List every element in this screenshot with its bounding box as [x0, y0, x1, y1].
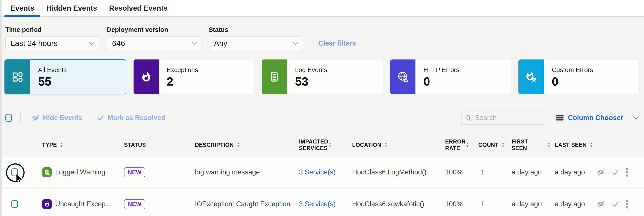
log-warning-icon	[42, 167, 52, 177]
row-divider	[0, 187, 644, 189]
column-chooser-button[interactable]: Column Chooser	[556, 114, 639, 122]
status-filter: Status Any	[208, 26, 304, 50]
column-header-status[interactable]: STATUS	[120, 132, 190, 157]
time-period-value: Last 24 hours	[11, 39, 58, 48]
sort-icon[interactable]	[384, 143, 387, 147]
kebab-menu-icon[interactable]	[626, 199, 628, 209]
resolve-event-icon[interactable]	[612, 169, 619, 176]
description-cell: IOException: Caught Exception	[190, 189, 294, 216]
card-value: 0	[424, 75, 511, 87]
column-header-description[interactable]: DESCRIPTION	[190, 132, 294, 157]
mark-resolved-label: Mark as Resolved	[108, 114, 166, 122]
last-seen-cell: a day ago	[550, 157, 594, 187]
card-value: 55	[38, 75, 126, 87]
card-label: Exceptions	[167, 66, 254, 74]
time-period-label: Time period	[5, 26, 99, 33]
location-cell: HodClass6.xqwkafotic()	[348, 189, 441, 216]
header-actions-spacer	[594, 132, 640, 157]
tab-resolved-events[interactable]: Resolved Events	[103, 0, 174, 16]
hide-event-icon[interactable]	[596, 169, 605, 176]
globe-warning-icon	[390, 59, 416, 94]
log-document-icon	[262, 59, 287, 94]
chevron-down-icon	[89, 42, 94, 45]
type-cell: Logged Warning	[38, 157, 120, 187]
sort-icon[interactable]	[329, 143, 332, 147]
deployment-version-value: 646	[112, 39, 125, 48]
status-label: Status	[208, 26, 304, 33]
flame-icon	[134, 59, 159, 94]
chevron-down-icon	[192, 42, 197, 45]
resolve-event-icon[interactable]	[612, 201, 619, 207]
table-toolbar: Hide Events Mark as Resolved Column Choo…	[5, 109, 639, 127]
column-header-first-seen[interactable]: FIRST SEEN	[507, 132, 550, 157]
flame-gear-icon	[518, 59, 544, 94]
sort-icon[interactable]	[466, 143, 469, 147]
chevron-down-icon	[633, 116, 639, 120]
table-row: Uncaught Excep... NEW IOException: Caugh…	[0, 189, 644, 216]
sort-icon[interactable]	[502, 143, 504, 147]
time-period-select[interactable]: Last 24 hours	[5, 36, 99, 50]
deployment-version-select[interactable]: 646	[107, 36, 202, 50]
window-edge-strip	[0, 0, 2, 216]
card-label: All Events	[38, 66, 126, 74]
toolbar-divider	[20, 112, 21, 124]
column-header-impacted-services[interactable]: IMPACTED SERVICES	[294, 132, 348, 157]
count-cell: 1	[474, 157, 507, 187]
column-header-count[interactable]: COUNT	[474, 132, 507, 157]
card-log-events[interactable]: Log Events 53	[262, 59, 383, 94]
event-type-label: Uncaught Excep...	[55, 200, 111, 208]
services-link[interactable]: 3 Service(s)	[299, 200, 336, 208]
card-label: Log Events	[295, 66, 383, 74]
card-all-events[interactable]: All Events 55	[4, 59, 126, 94]
chevron-down-icon	[293, 42, 298, 45]
status-badge: NEW	[124, 199, 145, 209]
status-badge: NEW	[124, 167, 145, 177]
clear-filters-button[interactable]: Clear filters	[318, 39, 356, 47]
status-value: Any	[214, 39, 227, 48]
card-custom-errors[interactable]: Custom Errors 0	[518, 59, 640, 94]
row-checkbox[interactable]	[11, 200, 18, 208]
row-actions	[594, 189, 640, 216]
error-rate-cell: 100%	[441, 189, 474, 216]
search-box	[461, 111, 545, 125]
column-header-type[interactable]: TYPE	[38, 132, 120, 157]
card-exceptions[interactable]: Exceptions 2	[133, 59, 255, 94]
sort-icon[interactable]	[237, 143, 240, 147]
location-cell: HodClass6.LogMethod()	[348, 157, 441, 187]
last-seen-cell: a day ago	[550, 189, 594, 216]
select-all-checkbox[interactable]	[5, 114, 12, 122]
hide-events-label: Hide Events	[43, 114, 82, 122]
row-checkbox[interactable]	[11, 168, 18, 176]
search-input[interactable]	[461, 111, 545, 125]
column-header-last-seen[interactable]: LAST SEEN	[550, 132, 594, 157]
type-cell: Uncaught Excep...	[38, 189, 120, 216]
column-header-location[interactable]: LOCATION	[348, 132, 441, 157]
mark-resolved-button[interactable]: Mark as Resolved	[97, 114, 166, 122]
sort-icon[interactable]	[590, 143, 592, 147]
card-label: HTTP Errors	[424, 66, 511, 74]
description-cell: log warning message	[190, 157, 294, 187]
sort-icon[interactable]	[60, 143, 63, 147]
tab-hidden-events[interactable]: Hidden Events	[40, 0, 103, 16]
column-chooser-label: Column Chooser	[568, 114, 623, 122]
card-value: 53	[295, 75, 383, 87]
card-value: 0	[552, 75, 639, 87]
hide-events-button[interactable]: Hide Events	[31, 114, 82, 122]
sort-icon[interactable]	[548, 143, 550, 147]
table-row: Logged Warning NEW log warning message 3…	[0, 157, 644, 187]
tab-events[interactable]: Events	[4, 0, 40, 16]
eye-slash-icon	[31, 114, 40, 122]
impacted-services-cell: 3 Service(s)	[294, 157, 348, 187]
time-period-filter: Time period Last 24 hours	[5, 26, 99, 50]
hamburger-menu-icon	[556, 115, 564, 121]
kebab-menu-icon[interactable]	[626, 167, 628, 177]
card-http-errors[interactable]: HTTP Errors 0	[390, 59, 511, 94]
services-link[interactable]: 3 Service(s)	[299, 168, 336, 176]
tab-bar: Events Hidden Events Resolved Events	[0, 0, 644, 17]
status-select[interactable]: Any	[208, 36, 304, 50]
error-rate-cell: 100%	[441, 157, 474, 187]
header-checkbox-spacer	[4, 132, 38, 157]
hide-event-icon[interactable]	[596, 200, 605, 208]
column-header-error-rate[interactable]: ERROR RATE	[441, 132, 474, 157]
row-actions	[594, 157, 640, 187]
